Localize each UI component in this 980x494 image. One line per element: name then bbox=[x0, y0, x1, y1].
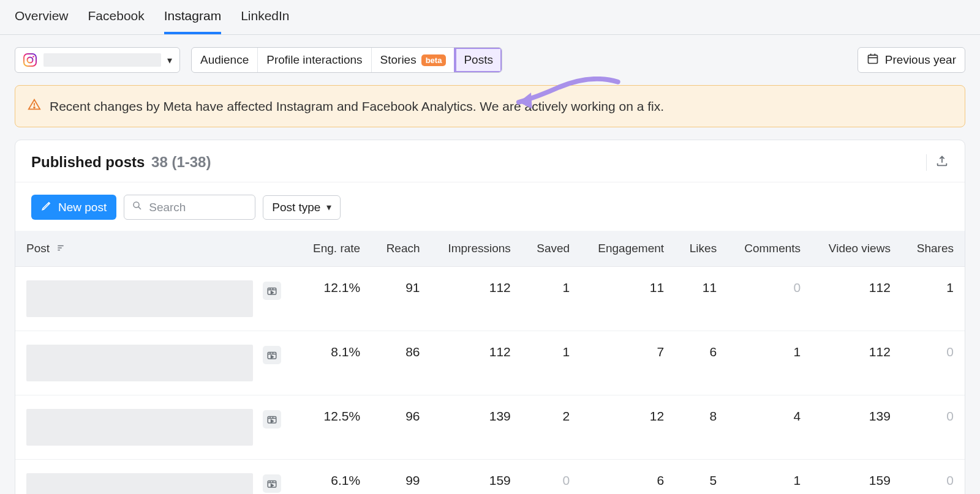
cell-shares: 0 bbox=[902, 395, 965, 460]
svg-point-2 bbox=[32, 56, 34, 58]
svg-rect-0 bbox=[24, 54, 36, 66]
svg-point-9 bbox=[134, 202, 139, 208]
account-selector[interactable]: ▾ bbox=[15, 47, 180, 73]
cell-saved: 1 bbox=[522, 267, 581, 331]
tab-overview[interactable]: Overview bbox=[15, 9, 69, 34]
toolbar: ▾ Audience Profile interactions Stories … bbox=[0, 35, 980, 85]
col-comments[interactable]: Comments bbox=[728, 231, 812, 267]
video-post-icon bbox=[263, 282, 281, 300]
cell-comments: 0 bbox=[728, 267, 812, 331]
svg-point-8 bbox=[34, 107, 35, 108]
section-title: Published posts bbox=[31, 154, 145, 170]
alert-text: Recent changes by Meta have affected Ins… bbox=[50, 99, 664, 114]
cell-impressions: 112 bbox=[431, 331, 522, 395]
tab-instagram[interactable]: Instagram bbox=[164, 9, 221, 34]
table-row[interactable]: 8.1%8611217611120 bbox=[15, 331, 965, 395]
cell-eng-rate: 12.1% bbox=[297, 267, 371, 331]
col-shares[interactable]: Shares bbox=[902, 231, 965, 267]
cell-shares: 0 bbox=[902, 460, 965, 495]
cell-video-views: 139 bbox=[812, 395, 902, 460]
subtab-audience[interactable]: Audience bbox=[192, 48, 258, 72]
col-reach[interactable]: Reach bbox=[371, 231, 431, 267]
cell-comments: 1 bbox=[728, 460, 812, 495]
cell-likes: 11 bbox=[675, 267, 728, 331]
cell-impressions: 112 bbox=[431, 267, 522, 331]
cell-likes: 6 bbox=[675, 331, 728, 395]
subtab-stories[interactable]: Stories beta bbox=[372, 48, 456, 72]
posts-card: Published posts 38 (1-38) New post Post … bbox=[15, 140, 965, 494]
subtab-posts[interactable]: Posts bbox=[455, 48, 502, 72]
col-post[interactable]: Post bbox=[15, 231, 297, 267]
cell-reach: 91 bbox=[371, 267, 431, 331]
cell-reach: 86 bbox=[371, 331, 431, 395]
col-impressions[interactable]: Impressions bbox=[431, 231, 522, 267]
sub-tab-group: Audience Profile interactions Stories be… bbox=[191, 47, 502, 73]
cell-post bbox=[15, 267, 297, 331]
cell-impressions: 139 bbox=[431, 395, 522, 460]
table-row[interactable]: 12.1%911121111101121 bbox=[15, 267, 965, 331]
search-box[interactable] bbox=[124, 195, 255, 220]
cell-likes: 5 bbox=[675, 460, 728, 495]
video-post-icon bbox=[263, 346, 281, 364]
tab-linkedin[interactable]: LinkedIn bbox=[241, 9, 289, 34]
pencil-icon bbox=[41, 200, 52, 214]
controls-row: New post Post type ▾ bbox=[15, 182, 965, 231]
top-nav-tabs: Overview Facebook Instagram LinkedIn bbox=[0, 0, 980, 35]
col-engagement[interactable]: Engagement bbox=[581, 231, 675, 267]
cell-reach: 96 bbox=[371, 395, 431, 460]
card-header: Published posts 38 (1-38) bbox=[15, 140, 965, 182]
post-thumbnail-placeholder bbox=[26, 345, 253, 381]
video-post-icon bbox=[263, 474, 281, 493]
alert-banner: Recent changes by Meta have affected Ins… bbox=[15, 85, 965, 127]
cell-video-views: 112 bbox=[812, 331, 902, 395]
col-likes[interactable]: Likes bbox=[675, 231, 728, 267]
cell-reach: 99 bbox=[371, 460, 431, 495]
col-eng-rate[interactable]: Eng. rate bbox=[297, 231, 371, 267]
cell-eng-rate: 6.1% bbox=[297, 460, 371, 495]
cell-engagement: 11 bbox=[581, 267, 675, 331]
svg-rect-3 bbox=[868, 55, 877, 63]
cell-post bbox=[15, 331, 297, 395]
chevron-down-icon: ▾ bbox=[326, 201, 331, 213]
cell-saved: 0 bbox=[522, 460, 581, 495]
post-thumbnail-placeholder bbox=[26, 473, 253, 494]
col-video-views[interactable]: Video views bbox=[812, 231, 902, 267]
account-name-placeholder bbox=[43, 53, 161, 67]
cell-eng-rate: 12.5% bbox=[297, 395, 371, 460]
export-button[interactable] bbox=[926, 154, 949, 171]
cell-eng-rate: 8.1% bbox=[297, 331, 371, 395]
post-thumbnail-placeholder bbox=[26, 409, 253, 446]
post-type-select[interactable]: Post type ▾ bbox=[263, 195, 341, 220]
cell-comments: 4 bbox=[728, 395, 812, 460]
cell-post bbox=[15, 395, 297, 460]
cell-engagement: 12 bbox=[581, 395, 675, 460]
date-range-label: Previous year bbox=[885, 53, 956, 67]
section-count: 38 (1-38) bbox=[151, 154, 211, 170]
warning-icon bbox=[28, 98, 41, 114]
cell-engagement: 6 bbox=[581, 460, 675, 495]
cell-saved: 1 bbox=[522, 331, 581, 395]
cell-impressions: 159 bbox=[431, 460, 522, 495]
card-title: Published posts 38 (1-38) bbox=[31, 154, 211, 171]
col-saved[interactable]: Saved bbox=[522, 231, 581, 267]
svg-point-1 bbox=[28, 58, 33, 63]
cell-engagement: 7 bbox=[581, 331, 675, 395]
cell-video-views: 159 bbox=[812, 460, 902, 495]
instagram-icon bbox=[23, 53, 37, 67]
cell-likes: 8 bbox=[675, 395, 728, 460]
video-post-icon bbox=[263, 410, 281, 429]
cell-saved: 2 bbox=[522, 395, 581, 460]
table-row[interactable]: 12.5%96139212841390 bbox=[15, 395, 965, 460]
post-thumbnail-placeholder bbox=[26, 280, 253, 317]
new-post-label: New post bbox=[58, 201, 107, 214]
cell-shares: 0 bbox=[902, 331, 965, 395]
date-range-selector[interactable]: Previous year bbox=[858, 47, 965, 73]
cell-video-views: 112 bbox=[812, 267, 902, 331]
tab-facebook[interactable]: Facebook bbox=[88, 9, 145, 34]
table-row[interactable]: 6.1%9915906511590 bbox=[15, 460, 965, 495]
beta-badge: beta bbox=[421, 54, 447, 66]
posts-table: Post Eng. rate Reach Impressions Saved E… bbox=[15, 231, 965, 494]
new-post-button[interactable]: New post bbox=[31, 195, 116, 220]
subtab-profile-interactions[interactable]: Profile interactions bbox=[258, 48, 371, 72]
search-input[interactable] bbox=[149, 201, 247, 214]
